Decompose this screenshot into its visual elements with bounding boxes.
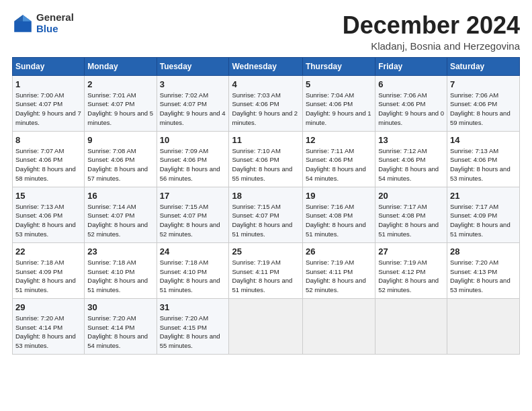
day-number: 21 — [450, 191, 517, 201]
day-detail: Sunrise: 7:06 AMSunset: 4:06 PMDaylight:… — [378, 91, 444, 126]
calendar-cell: 5 Sunrise: 7:04 AMSunset: 4:06 PMDayligh… — [302, 75, 375, 131]
day-number: 20 — [378, 191, 444, 201]
day-number: 29 — [15, 302, 81, 312]
day-number: 28 — [450, 246, 517, 257]
day-detail: Sunrise: 7:03 AMSunset: 4:06 PMDaylight:… — [232, 91, 298, 126]
day-detail: Sunrise: 7:20 AMSunset: 4:14 PMDaylight:… — [87, 314, 148, 349]
calendar-cell: 2 Sunrise: 7:01 AMSunset: 4:07 PMDayligh… — [85, 75, 157, 131]
day-detail: Sunrise: 7:10 AMSunset: 4:06 PMDaylight:… — [232, 147, 292, 182]
weekday-header-monday: Monday — [85, 57, 157, 75]
day-number: 25 — [232, 246, 299, 257]
day-detail: Sunrise: 7:18 AMSunset: 4:10 PMDaylight:… — [87, 259, 148, 293]
day-detail: Sunrise: 7:20 AMSunset: 4:13 PMDaylight:… — [450, 259, 511, 293]
weekday-header-thursday: Thursday — [302, 57, 375, 75]
day-detail: Sunrise: 7:00 AMSunset: 4:07 PMDaylight:… — [15, 91, 81, 126]
day-number: 10 — [160, 135, 226, 145]
day-detail: Sunrise: 7:19 AMSunset: 4:11 PMDaylight:… — [306, 259, 366, 293]
day-number: 13 — [378, 135, 444, 145]
calendar-table: SundayMondayTuesdayWednesdayThursdayFrid… — [12, 57, 520, 355]
day-number: 5 — [306, 79, 372, 89]
day-number: 19 — [306, 191, 372, 201]
weekday-header-sunday: Sunday — [13, 57, 85, 75]
calendar-cell: 31 Sunrise: 7:20 AMSunset: 4:15 PMDaylig… — [157, 298, 229, 354]
day-number: 1 — [15, 79, 81, 89]
calendar-cell: 30 Sunrise: 7:20 AMSunset: 4:14 PMDaylig… — [85, 298, 157, 354]
day-number: 14 — [450, 135, 517, 145]
calendar-cell: 12 Sunrise: 7:11 AMSunset: 4:06 PMDaylig… — [302, 131, 375, 187]
day-number: 24 — [160, 246, 226, 257]
day-detail: Sunrise: 7:14 AMSunset: 4:07 PMDaylight:… — [87, 203, 148, 238]
day-number: 26 — [306, 246, 372, 257]
day-number: 16 — [87, 191, 153, 201]
day-detail: Sunrise: 7:01 AMSunset: 4:07 PMDaylight:… — [87, 91, 153, 126]
location-title: Kladanj, Bosnia and Herzegovina — [343, 40, 520, 52]
calendar-cell: 25 Sunrise: 7:19 AMSunset: 4:11 PMDaylig… — [229, 242, 302, 298]
calendar-cell: 7 Sunrise: 7:06 AMSunset: 4:06 PMDayligh… — [447, 75, 519, 131]
calendar-cell: 22 Sunrise: 7:18 AMSunset: 4:09 PMDaylig… — [13, 242, 85, 298]
calendar-cell: 23 Sunrise: 7:18 AMSunset: 4:10 PMDaylig… — [85, 242, 157, 298]
calendar-cell: 3 Sunrise: 7:02 AMSunset: 4:07 PMDayligh… — [157, 75, 229, 131]
calendar-cell: 13 Sunrise: 7:12 AMSunset: 4:06 PMDaylig… — [375, 131, 447, 187]
day-detail: Sunrise: 7:08 AMSunset: 4:06 PMDaylight:… — [87, 147, 148, 182]
day-detail: Sunrise: 7:20 AMSunset: 4:14 PMDaylight:… — [15, 314, 76, 349]
calendar-cell: 14 Sunrise: 7:13 AMSunset: 4:06 PMDaylig… — [447, 131, 519, 187]
calendar-cell: 11 Sunrise: 7:10 AMSunset: 4:06 PMDaylig… — [229, 131, 302, 187]
weekday-header-saturday: Saturday — [447, 57, 519, 75]
day-detail: Sunrise: 7:19 AMSunset: 4:11 PMDaylight:… — [232, 259, 292, 293]
calendar-cell: 16 Sunrise: 7:14 AMSunset: 4:07 PMDaylig… — [85, 187, 157, 242]
day-number: 27 — [378, 246, 444, 257]
day-detail: Sunrise: 7:18 AMSunset: 4:10 PMDaylight:… — [160, 259, 220, 293]
calendar-cell: 24 Sunrise: 7:18 AMSunset: 4:10 PMDaylig… — [157, 242, 229, 298]
weekday-header-friday: Friday — [375, 57, 447, 75]
day-number: 12 — [306, 135, 372, 145]
calendar-cell: 6 Sunrise: 7:06 AMSunset: 4:06 PMDayligh… — [375, 75, 447, 131]
calendar-cell: 4 Sunrise: 7:03 AMSunset: 4:06 PMDayligh… — [229, 75, 302, 131]
day-detail: Sunrise: 7:17 AMSunset: 4:09 PMDaylight:… — [450, 203, 511, 238]
day-number: 11 — [232, 135, 299, 145]
day-number: 4 — [232, 79, 299, 89]
day-number: 8 — [15, 135, 81, 145]
logo-icon — [12, 13, 34, 34]
day-detail: Sunrise: 7:13 AMSunset: 4:06 PMDaylight:… — [450, 147, 511, 182]
day-detail: Sunrise: 7:15 AMSunset: 4:07 PMDaylight:… — [232, 203, 292, 238]
day-detail: Sunrise: 7:13 AMSunset: 4:06 PMDaylight:… — [15, 203, 76, 238]
calendar-cell: 1 Sunrise: 7:00 AMSunset: 4:07 PMDayligh… — [13, 75, 85, 131]
day-detail: Sunrise: 7:09 AMSunset: 4:06 PMDaylight:… — [160, 147, 220, 182]
day-detail: Sunrise: 7:16 AMSunset: 4:08 PMDaylight:… — [306, 203, 366, 238]
day-number: 9 — [87, 135, 153, 145]
day-number: 3 — [160, 79, 226, 89]
calendar-cell: 17 Sunrise: 7:15 AMSunset: 4:07 PMDaylig… — [157, 187, 229, 242]
calendar-cell: 29 Sunrise: 7:20 AMSunset: 4:14 PMDaylig… — [13, 298, 85, 354]
calendar-cell: 8 Sunrise: 7:07 AMSunset: 4:06 PMDayligh… — [13, 131, 85, 187]
calendar-cell: 27 Sunrise: 7:19 AMSunset: 4:12 PMDaylig… — [375, 242, 447, 298]
day-number: 17 — [160, 191, 226, 201]
day-detail: Sunrise: 7:04 AMSunset: 4:06 PMDaylight:… — [306, 91, 371, 126]
logo-text: General Blue — [36, 12, 74, 34]
header: General Blue December 2024 Kladanj, Bosn… — [12, 12, 520, 52]
calendar-cell: 20 Sunrise: 7:17 AMSunset: 4:08 PMDaylig… — [375, 187, 447, 242]
weekday-header-tuesday: Tuesday — [157, 57, 229, 75]
logo: General Blue — [12, 12, 74, 34]
day-detail: Sunrise: 7:06 AMSunset: 4:06 PMDaylight:… — [450, 91, 511, 126]
day-number: 2 — [87, 79, 153, 89]
day-detail: Sunrise: 7:20 AMSunset: 4:15 PMDaylight:… — [160, 314, 220, 349]
calendar-cell: 21 Sunrise: 7:17 AMSunset: 4:09 PMDaylig… — [447, 187, 519, 242]
day-number: 22 — [15, 246, 81, 257]
calendar-cell: 19 Sunrise: 7:16 AMSunset: 4:08 PMDaylig… — [302, 187, 375, 242]
day-number: 6 — [378, 79, 444, 89]
calendar-cell: 9 Sunrise: 7:08 AMSunset: 4:06 PMDayligh… — [85, 131, 157, 187]
calendar-cell: 10 Sunrise: 7:09 AMSunset: 4:06 PMDaylig… — [157, 131, 229, 187]
calendar-cell — [447, 298, 519, 354]
svg-marker-2 — [14, 15, 23, 21]
day-detail: Sunrise: 7:15 AMSunset: 4:07 PMDaylight:… — [160, 203, 220, 238]
day-number: 31 — [160, 302, 226, 312]
day-detail: Sunrise: 7:07 AMSunset: 4:06 PMDaylight:… — [15, 147, 76, 182]
svg-marker-1 — [23, 15, 32, 21]
title-block: December 2024 Kladanj, Bosnia and Herzeg… — [343, 12, 520, 52]
day-number: 18 — [232, 191, 299, 201]
day-detail: Sunrise: 7:17 AMSunset: 4:08 PMDaylight:… — [378, 203, 439, 238]
day-detail: Sunrise: 7:18 AMSunset: 4:09 PMDaylight:… — [15, 259, 76, 293]
day-number: 30 — [87, 302, 153, 312]
calendar-cell — [375, 298, 447, 354]
weekday-header-wednesday: Wednesday — [229, 57, 302, 75]
